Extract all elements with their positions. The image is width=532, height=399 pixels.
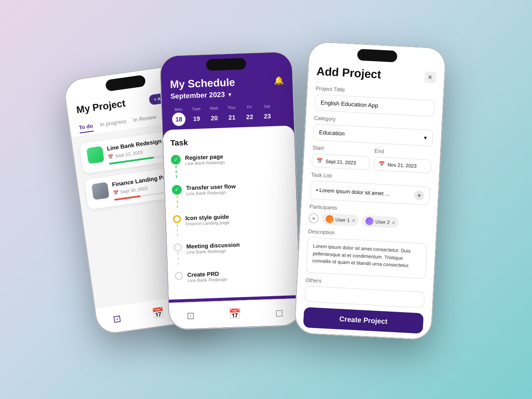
participant-name-1: User 1 [335, 217, 350, 223]
participant-name-2: User 2 [375, 219, 390, 225]
start-date-block: Start 📅 Sept 21, 2023 [312, 140, 371, 170]
calendar-day-thu[interactable]: Thur 21 [224, 105, 239, 124]
project-icon-1 [86, 146, 105, 164]
task-item-3: Icon style guide Finance Landing page [173, 211, 291, 236]
calendar-day-fri[interactable]: Fri 22 [242, 105, 257, 124]
project-icon-2 [91, 182, 110, 200]
tab-inreview[interactable]: In Review [133, 114, 157, 126]
p3-body: Add Project ✕ Project Tittle English Edu… [295, 42, 446, 339]
description-textarea[interactable]: Lorem ipsum dolor sit amet consectetur. … [306, 237, 427, 279]
p2-section-title: Task [170, 134, 288, 148]
others-input[interactable] [305, 286, 425, 308]
task-list-row: • Lorem ipsum dolor sit amet ... + [310, 180, 430, 205]
end-label: End [374, 148, 432, 157]
end-date-input[interactable]: 📅 Nov 21, 2023 [373, 156, 431, 173]
p2-title: My Schedule [170, 76, 235, 91]
task-item-2: ✓ Transfer user flow Line Bank Redesign [172, 181, 289, 208]
add-participant-button[interactable]: + [309, 213, 319, 223]
category-value: Education [319, 129, 345, 137]
p2-nav-calendar[interactable]: 📅 [229, 308, 241, 320]
phone-addproject: Add Project ✕ Project Tittle English Edu… [294, 41, 446, 340]
dynamic-island-2 [206, 58, 246, 71]
phones-container: My Project + Add Proj To do In progress … [66, 27, 466, 372]
calendar-icon-start: 📅 [317, 158, 323, 164]
chevron-down-icon: ▾ [424, 134, 427, 141]
calendar-icon-end: 📅 [379, 161, 385, 167]
start-date-input[interactable]: 📅 Sept 21, 2023 [312, 153, 370, 170]
task-dot-1: ✓ [171, 155, 181, 165]
p2-month-row: September 2023 ▾ [170, 89, 284, 101]
task-dot-5 [175, 272, 183, 280]
create-project-button[interactable]: Create Project [303, 307, 424, 334]
calendar-day-sat[interactable]: Sat 23 [259, 104, 275, 123]
start-date-value: Sept 21, 2023 [325, 158, 356, 165]
p3-main-title: Add Project [316, 64, 381, 82]
end-date-value: Nov 21, 2023 [387, 161, 417, 168]
chevron-down-icon[interactable]: ▾ [228, 91, 232, 98]
task-item-5: Create PRD Line Bank Redesign [175, 268, 292, 283]
calendar-day-mon[interactable]: Mon 18 [171, 107, 186, 126]
nav-folder-icon[interactable]: ⊡ [112, 313, 121, 325]
calendar-day-tue[interactable]: Tues 19 [188, 106, 204, 125]
task-item-4: Meeting discussion Line Bank Redesign [174, 239, 292, 265]
task-item-1: ✓ Register page Line Bank Redesign [171, 151, 289, 178]
p2-calendar-row: Mon 18 Tues 19 Wed 20 Thur 21 [171, 104, 285, 126]
progress-fill-2 [114, 195, 140, 200]
p2-body: Task ✓ Register page Line Bank Redesign [163, 125, 300, 300]
date-row: Start 📅 Sept 21, 2023 End 📅 Nov 21, 2023 [312, 140, 433, 173]
add-task-button[interactable]: + [414, 190, 424, 200]
calendar-day-wed[interactable]: Wed 20 [206, 106, 222, 125]
tab-inprogress[interactable]: In progress [99, 118, 127, 130]
p2-month: September 2023 [170, 90, 225, 100]
p3-header-row: Add Project ✕ [316, 64, 436, 84]
end-date-block: End 📅 Nov 21, 2023 [373, 143, 432, 173]
avatar-user2 [365, 217, 374, 226]
task-dot-3 [173, 215, 181, 223]
start-label: Start [313, 145, 371, 154]
task-dot-2: ✓ [172, 185, 182, 195]
task-list-value: • Lorem ipsum dolor sit amet ... [316, 187, 390, 197]
avatar-user1 [325, 215, 334, 223]
participant-chip-1: User 1 ✕ [322, 213, 359, 226]
p2-nav-chart[interactable]: ◻ [275, 307, 283, 319]
close-button[interactable]: ✕ [424, 71, 436, 83]
p2-bottom-nav: ⊡ 📅 ◻ [169, 298, 301, 329]
remove-participant-2[interactable]: ✕ [391, 220, 395, 225]
participant-chip-2: User 2 ✕ [362, 215, 399, 228]
nav-calendar-icon[interactable]: 📅 [151, 306, 164, 320]
phone-myschedule: My Schedule 🔔 September 2023 ▾ Mon 18 Tu… [159, 51, 301, 330]
project-title-input[interactable]: English Education App [314, 94, 435, 117]
task-dot-4 [174, 243, 182, 252]
bell-icon[interactable]: 🔔 [274, 76, 284, 86]
remove-participant-1[interactable]: ✕ [352, 218, 356, 223]
dynamic-island-3 [357, 49, 397, 63]
tab-todo[interactable]: To do [78, 123, 94, 133]
p2-nav-folder[interactable]: ⊡ [186, 310, 195, 322]
p1-title: My Project [76, 98, 126, 116]
